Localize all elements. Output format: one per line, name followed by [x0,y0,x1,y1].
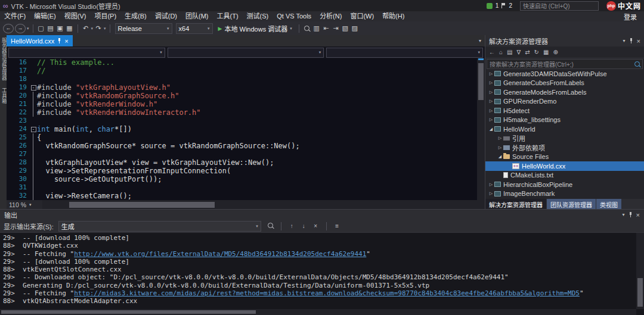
output-source-select[interactable]: 生成▾ [58,221,261,232]
menu-item[interactable]: 团队(M) [181,11,213,21]
expander-icon[interactable]: ◢ [488,127,494,132]
navigate-forward-icon[interactable]: → [15,24,26,33]
clear-all-icon[interactable]: × [311,223,320,229]
output-horizontal-scrollbar[interactable] [0,309,636,315]
close-icon[interactable]: × [64,38,68,44]
solution-platforms-icon[interactable]: ▥ [312,24,321,32]
sign-in-link[interactable]: 登录 [617,12,644,21]
menu-item[interactable]: 项目(P) [90,11,120,21]
expander-icon[interactable]: ▷ [488,71,494,76]
side-tab[interactable]: 工具箱 [1,88,7,104]
tool-tab[interactable]: 类视图 [596,199,621,210]
close-icon[interactable]: × [636,211,640,219]
back-icon[interactable]: ← [489,49,495,55]
pin-icon[interactable] [628,212,633,217]
scrollbar-thumb[interactable] [637,278,643,307]
tree-item[interactable]: ▷HierarchicalBoxPipeline [485,180,644,189]
expander-icon[interactable]: ▷ [488,99,494,104]
solution-search-input[interactable]: 搜索解决方案资源管理器(Ctrl+;) [487,59,643,69]
home-icon[interactable]: ⌂ [499,49,503,55]
save-icon[interactable]: ▣ [55,24,65,32]
scrollbar-thumb[interactable] [478,63,484,100]
notification-flag-icon[interactable] [501,3,506,8]
next-message-icon[interactable]: ↓ [299,223,308,229]
pin-icon[interactable] [57,38,61,43]
switch-views-icon[interactable]: ▤ [507,49,512,55]
chevron-down-icon[interactable]: ▾ [91,26,94,31]
tree-item[interactable]: ▷ImageBenchmark [485,189,644,199]
close-icon[interactable]: × [637,38,640,45]
navigate-back-icon[interactable]: ← [3,24,14,33]
chevron-down-icon[interactable]: ▾ [104,26,106,31]
find-in-files-icon[interactable] [302,25,312,32]
platform-select[interactable]: x64▾ [176,23,213,34]
scrollbar-thumb[interactable] [69,202,215,208]
properties-icon[interactable]: ⊕ [553,49,558,55]
menu-item[interactable]: 生成(B) [120,11,151,21]
tree-item[interactable]: ▷外部依赖项 [485,143,644,152]
menu-item[interactable]: 文件(F) [0,11,30,21]
tree-item[interactable]: ▷H5detect [485,106,644,116]
side-tab[interactable]: 服务器资源管理器 [1,38,7,80]
tree-item[interactable]: ▷Generate3DAMRDataSetWithPulse [485,69,644,79]
menu-item[interactable]: 视图(V) [60,11,91,21]
member-dropdown[interactable]: ▾ [326,48,483,58]
open-file-icon[interactable]: ▤ [46,24,55,32]
expander-icon[interactable]: ▷ [488,182,494,187]
feedback-icon[interactable] [487,3,493,9]
output-log[interactable]: 29> -- [download 100% complete]88> QVTKW… [0,233,636,309]
start-debug-button[interactable]: ▶ 本地 Windows 调试器 ▾ [215,23,296,34]
expander-icon[interactable]: ▷ [488,117,494,122]
output-vertical-scrollbar[interactable] [636,233,644,309]
tree-item[interactable]: ++HelloWorld.cxx [485,161,644,171]
quick-launch-input[interactable]: 快速启动 (Ctrl+Q) [520,1,599,11]
expander-icon[interactable]: ▷ [488,108,494,113]
scrollbar-thumb[interactable] [1,310,256,314]
tree-item[interactable]: ▷GPURenderDemo [485,97,644,107]
pin-icon[interactable] [629,38,633,43]
chevron-down-icon[interactable]: ▾ [27,26,29,31]
sync-active-document-icon[interactable]: ⇄ [525,49,530,55]
pending-filter-icon[interactable]: ∇ [517,49,521,55]
refresh-icon[interactable]: ↻ [534,49,539,55]
save-all-icon[interactable]: ▦ [65,24,75,32]
fold-collapse-icon[interactable]: - [31,85,36,91]
type-dropdown[interactable]: ▾ [168,48,324,58]
uncomment-icon[interactable]: ▨ [350,24,360,32]
comment-icon[interactable]: ▧ [340,24,350,32]
tree-item[interactable]: ▷引用 [485,134,644,144]
document-tab-helloworld[interactable]: HelloWorld.cxx × [7,35,73,46]
tool-tab[interactable]: 解决方案资源管理器 [485,199,546,210]
expander-icon[interactable]: ▷ [488,80,494,85]
expander-icon[interactable]: ▷ [488,90,494,95]
expander-icon[interactable]: ▷ [497,136,503,141]
tree-item[interactable]: ▷GenerateCubesFromLabels [485,79,644,88]
menu-item[interactable]: 帮助(H) [378,11,408,21]
menu-item[interactable]: 窗口(W) [346,11,378,21]
indent-decrease-icon[interactable]: ⇤ [321,24,331,32]
zoom-select[interactable]: 110 %▾ [9,201,40,208]
output-link[interactable]: http://www.vtk.org/files/ExternalData/MD… [74,250,366,258]
search-icon[interactable] [634,61,640,67]
editor-horizontal-scrollbar[interactable] [42,200,485,210]
expander-icon[interactable]: ◢ [497,154,503,159]
collapse-all-icon[interactable]: ▦ [543,49,549,55]
menu-item[interactable]: 工具(T) [213,11,243,21]
expander-icon[interactable]: ▷ [497,145,503,150]
tree-item[interactable]: ◢Source Files [485,152,644,162]
tree-item[interactable]: ◢HelloWorld [485,124,644,134]
tree-item[interactable]: CMakeLists.txt [485,171,644,180]
find-message-icon[interactable] [266,223,275,229]
code-editor[interactable]: 16// This example...17//1819-#include "v… [7,58,477,200]
active-files-chevron-icon[interactable]: ▾ [479,38,485,43]
project-dropdown[interactable]: ▾ [8,48,165,58]
indent-increase-icon[interactable]: ⇥ [331,24,340,32]
menu-item[interactable]: Qt VS Tools [273,11,315,21]
expander-icon[interactable]: ▷ [488,191,494,196]
new-file-icon[interactable]: ▢ [36,24,46,32]
tree-item[interactable]: ▷H5make_libsettings [485,116,644,125]
tree-item[interactable]: ▷GenerateModelsFromLabels [485,88,644,97]
redo-icon[interactable]: ↷ [94,24,103,32]
undo-icon[interactable]: ↶ [81,24,91,32]
fold-collapse-icon[interactable]: - [31,127,36,132]
